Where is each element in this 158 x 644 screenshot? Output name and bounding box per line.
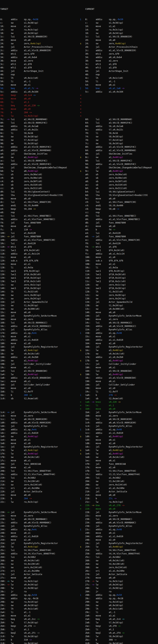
target-line: 174: addiu a1,sp,0x4c <box>0 332 37 335</box>
target-line: c8: sb zero,0x310(s0) <box>0 183 42 187</box>
current-line: 1c0: addiu a0,a0,%lo(D_06001830) <box>80 421 136 424</box>
target-line: 124: move a2,s1 <box>0 262 30 266</box>
target-line: 114: lwc1 $f4,0x24(s0) <box>0 249 40 252</box>
current-line: 104: sub.s $f8,$f4,$f6 <box>80 259 123 262</box>
target-line: 1b4: move a2,s0 <box>0 386 30 390</box>
current-line: 1e8: sw v0,0x14c(s0) <box>80 456 125 459</box>
current-line: 74: sw t8,0x18(sp) <box>80 135 123 138</box>
target-line: 15c: move a0,s0 <box>0 311 30 314</box>
diff-row: > 1ac: li at,1 <box>0 404 158 407</box>
diff-row: cc: sb zero,0x311(s0) b0: sb zero,0x311(… <box>0 187 158 190</box>
current-line: s 16c: lw a3,0x48(sp) <box>80 349 123 352</box>
target-line: 204: move a2,v0 <box>0 466 30 469</box>
current-line: 238: jal DynaPolyInfo_Alloc <box>80 524 132 528</box>
current-line: 140: move a0,s0 <box>80 311 115 314</box>
target-line: ac: lui a1,%hi(D_06001F4C) <box>0 159 47 162</box>
current-line: 4c: lh v0,0x1c(s0) <box>80 76 123 80</box>
diff-row: 4c: lh v0,0x1c(s0) 4c: lh v0,0x1c(s0) <box>0 76 158 80</box>
current-line: < <box>80 108 85 111</box>
target-line: 2bc: beql v0,at,2fc ~> <box>0 631 40 635</box>
current-line: 2c: addiu a1,a1,%lo(D_80A88CE0) <box>80 49 136 52</box>
diff-row: 90: sw t8,0x18(sp) 74: sw t8,0x18(sp) <box>0 135 158 138</box>
diff-row: 74: b 284 ~>< <box>0 111 158 114</box>
current-line: < <box>80 114 85 118</box>
target-line: 88: addiu t7,s0,0x22c <box>0 128 38 132</box>
current-line: 10c: li a3,0x5a <box>80 266 118 270</box>
current-line: i 1c8: addiu a1,sp,0x48 <box>80 428 122 432</box>
diff-row: 190: addiu a1,s0,0x2b0 174: addiu a1,s0,… <box>0 356 158 359</box>
target-line: 2c: addiu a1,a1,%lo(D_80A88CE0) <box>0 49 51 52</box>
diff-row: c8: sb zero,0x310(s0) ac: sb zero,0x310(… <box>0 183 158 187</box>
diff-row: 270: sw zero,0x134(s0) 268: sw zero,0x13… <box>0 566 158 569</box>
current-line: i 218: b 27c ~> <box>80 497 117 500</box>
diff-row: 60: beqz v0,1c4 ~>< <box>0 94 158 97</box>
target-line: 194: sw a1,0x44(sp) <box>0 359 38 362</box>
diff-row: 14c: sw zero,0x24(sp) 130: sw zero,0x24(… <box>0 297 158 300</box>
diff-row: 88: addiu t7,s0,0x22c 6c: addiu t7,s0,0x… <box>0 128 158 132</box>
diff-row: 25c: lui t4,%hi(func_80A87F44) 254: lui … <box>0 548 158 552</box>
target-line: 118: addiu a0,s1,0x1c24 <box>0 252 40 256</box>
current-line: | 58: bne v0,at,1a8 ~> <box>80 87 125 90</box>
target-line: 2a8: move a3,a1 <box>0 614 30 618</box>
target-line: e4: beqz t0,104 ~> <box>0 207 36 211</box>
current-line: 15c: move a0,s1 <box>80 335 115 338</box>
diff-row: 244: addiu a1,sp,0x4ci 23c: addiu a1,sp,… <box>0 528 158 531</box>
diff-row: 134: swc1 $f10,0x14(sp) 118: swc1 $f10,0… <box>0 276 158 280</box>
diff-row: 178: move a0,s1 15c: move a0,s1 <box>0 335 158 338</box>
target-line: 180: move a2,s0 <box>0 342 30 345</box>
target-line: c0: sb zero,0x30e(s0) <box>0 176 42 180</box>
diff-row: 118: addiu a0,s1,0x1c24 fc: addiu a0,s1,… <box>0 252 158 256</box>
target-line: 74: b 284 ~> <box>0 111 32 114</box>
diff-row: 2b8: li at,1 2b0: li at,1 <box>0 628 158 631</box>
current-line: e8: ~> jal func_80A87800 <box>80 235 126 238</box>
diff-row: 214: sw t3,0x130(s0) 204: sw t3,0x130(s0… <box>0 480 158 483</box>
current-line: s 9c: lw a0,0x40(sp) <box>80 170 123 173</box>
target-line: 140: swc1 $f16,0x18(sp) <box>0 287 41 290</box>
target-line: 2c8: lw ra,0x14(sp) <box>0 642 38 644</box>
current-line: 1f0: jal func_8003ECA8 <box>80 462 126 466</box>
current-line: 5c: addiu a1,s0,0x164 <box>80 90 123 94</box>
diff-row: 30: mtc1 zero,$f0 30: mtc1 zero,$f0 <box>0 52 158 56</box>
target-line: 294: addiu sp,sp,-0x18 <box>0 597 38 600</box>
target-line: 9c: addiu a3,a3,%lo(D_06001F4C) <box>0 145 51 149</box>
current-line: 94: addiu a1,a1,%lo(D_06001F4C) <box>80 162 136 166</box>
target-line: 1f0: lw a3,0x4c(sp) <box>0 448 38 452</box>
diff-row: > 220: ~> bne v0,at,278 ~> <box>0 504 158 507</box>
diff-row: 16c: addiu a0,a0,%lo(D_06000A1C) 150: ad… <box>0 324 158 328</box>
diff-row: 10c: lui at,0x4120 f0: lui at,0x4120 <box>0 242 158 245</box>
target-line: b4: jal SkelAnime_ChangeAnimDefaultRepea… <box>0 166 67 170</box>
diff-row: f4: jal func_80A87800 d8: jal func_80A87… <box>0 221 158 224</box>
target-line: 210: lui a1,0x3db2 <box>0 476 36 480</box>
diff-row: c0: sb zero,0x30e(s0) a4: sb zero,0x30e(… <box>0 176 158 180</box>
current-line: 90: lui a1,%hi(D_06001F4C) <box>80 159 132 162</box>
diff-row: 84: addiu t6,s0,0x1a8 68: addiu t6,s0,0x… <box>0 125 158 128</box>
current-line: 1dc: jal DynaPolyInfo_RegisterActor <box>80 445 143 448</box>
diff-row: 108: addiu a1,a1,%lo(func_80A87C30) ec: … <box>0 238 158 242</box>
current-line: 2b4: beql v0,at,2f4 ~> <box>80 631 125 635</box>
current-line: 1bc: lui a0,%hi(D_06001830) <box>80 418 132 421</box>
target-line: 2ac: beq v0,at,2cc ~> <box>0 618 40 621</box>
current-line: 29c: li at,-1 <box>80 610 115 614</box>
current-line: 108: move a2,s1 <box>80 262 115 266</box>
current-line: 19c: li t2,0xff <box>80 390 118 394</box>
target-line: 218: sw zero,0x134(s0) <box>0 483 42 486</box>
diff-row: 1a4: lw a1,0x44(sp)s 188: lw a1,0x40(sp) <box>0 373 158 376</box>
current-line: 290: sw ra,0x14(sp) <box>80 600 123 604</box>
diff-row: 274: ori a1,a1,0x2d0e 26c: ori a1,a1,0x2… <box>0 569 158 573</box>
target-line: 1d0: addiu a0,a0,%lo(D_06001830) <box>0 421 51 424</box>
diff-row: 154: sw t1,0x20(sp) 138: sw t1,0x20(sp) <box>0 304 158 307</box>
diff-row: 1dc: addiu a1,s1,0x810 1cc: addiu a1,s1,… <box>0 432 158 435</box>
target-line: cc: sb zero,0x311(s0) <box>0 187 42 190</box>
current-line: 274: move a0,s0 <box>80 576 115 580</box>
diff-row: 2a4: li at,-1 29c: li at,-1 <box>0 610 158 614</box>
diff-row: 5c: addiu a1,s0,0x164 5c: addiu a1,s0,0x… <box>0 90 158 94</box>
diff-row: 28: jal Actor_ProcessInitChain 28: jal A… <box>0 45 158 49</box>
target-line: 214: sw t3,0x130(s0) <box>0 480 40 483</box>
diff-row: > 1b0: move a0,s0 <box>0 407 158 411</box>
current-line: 7c: sw t6,0x10(sp) <box>80 142 123 145</box>
target-line: 5c: addiu a1,s0,0x164 <box>0 90 38 94</box>
diff-row: fc: b 110 ~> e0: b f4 ~> <box>0 228 158 232</box>
current-line: 64: lui a3,%hi(D_06001F4C) <box>80 121 132 125</box>
target-line: 1e8: move a2,s0 <box>0 442 30 445</box>
diff-row: b0: addiu a1,a1,%lo(D_06001F4C) 94: addi… <box>0 162 158 166</box>
